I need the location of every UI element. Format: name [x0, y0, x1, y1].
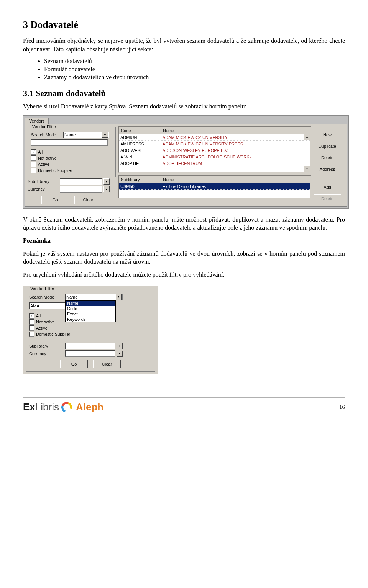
bullet-item: Záznamy o dodavatelích ve dvou úrovních	[44, 74, 345, 81]
new-button[interactable]: New	[314, 131, 341, 139]
checkbox-icon[interactable]	[31, 168, 36, 173]
check-active[interactable]: Active	[29, 325, 152, 331]
scroll-up-icon[interactable]: ▴	[304, 134, 310, 140]
currency-input[interactable]	[65, 350, 115, 357]
col-header-code: Code	[119, 127, 161, 134]
go-button[interactable]: Go	[41, 196, 69, 204]
lookup-icon[interactable]: ▸	[117, 351, 123, 357]
address-button[interactable]: Address	[314, 165, 341, 173]
chevron-down-icon[interactable]: ▼	[115, 294, 122, 300]
sublibrary-table[interactable]: Sublibrary Name USM50Exlibris Demo Libra…	[118, 175, 311, 198]
vendors-table[interactable]: Code Name ADMIUNADAM MICKIEWICZ UNIVERSI…	[118, 126, 311, 173]
clear-button[interactable]: Clear	[93, 360, 121, 368]
delete-sublib-button[interactable]: Delete	[314, 194, 341, 203]
cell-name: ADAM MICKIEWICZ UNIVERSITY	[161, 134, 310, 140]
check-label: Not active	[36, 320, 55, 324]
lookup-icon[interactable]: ▸	[117, 343, 123, 349]
paragraph: Vyberte si uzel Dodavatelé z karty Správ…	[23, 102, 345, 111]
check-label: All	[36, 314, 41, 318]
table-row[interactable]: ADD-WESLADDISON-WESLEY EUROPE B.V.	[119, 147, 310, 154]
logo-text: Ex	[23, 401, 35, 413]
checkbox-icon[interactable]	[31, 155, 36, 161]
check-label: Active	[36, 326, 48, 330]
cell-name: ADMINISTRATIE ARCHEOLOGISCHE WERK-	[161, 154, 310, 160]
check-all[interactable]: ✓ All	[31, 149, 112, 155]
delete-button[interactable]: Delete	[314, 154, 341, 162]
cell-name: Exlibris Demo Libraries	[161, 183, 310, 189]
cell-code: AMUPRESS	[119, 141, 161, 147]
checkbox-icon[interactable]: ✓	[29, 313, 34, 318]
cell-code: ADOPTIE	[119, 160, 161, 167]
check-domestic[interactable]: Domestic Supplier	[31, 168, 112, 173]
cell-name: ADDISON-WESLEY EUROPE B.V.	[161, 147, 310, 154]
cell-name: ADAM MICKIEWICZ UNIVERSITY PRESS	[161, 141, 310, 147]
check-label: All	[38, 150, 43, 154]
search-mode-label: Search Mode	[31, 132, 62, 137]
bullet-item: Seznam dodavatelů	[44, 58, 345, 65]
dropdown-option[interactable]: Name	[66, 301, 115, 306]
table-row[interactable]: AMUPRESSADAM MICKIEWICZ UNIVERSITY PRESS	[119, 141, 310, 147]
check-label: Domestic Supplier	[36, 332, 70, 336]
logo-text: Libris	[35, 401, 59, 413]
search-mode-combo[interactable]: Name ▼	[65, 294, 123, 300]
tab-vendors[interactable]: Vendors	[25, 118, 49, 124]
checkbox-icon[interactable]: ✓	[31, 149, 36, 155]
sublibrary-input[interactable]	[65, 343, 115, 349]
search-input[interactable]	[31, 139, 108, 146]
note-paragraph: Pokud je váš systém nastaven pro používá…	[23, 250, 345, 266]
dropdown-option[interactable]: Exact	[66, 311, 115, 317]
table-row[interactable]: ADMIUNADAM MICKIEWICZ UNIVERSITY	[119, 134, 310, 141]
lookup-icon[interactable]: ▸	[104, 178, 110, 185]
dropdown-option[interactable]: Keywords	[66, 317, 115, 322]
vendor-filter-group: Vendor Filter Search Mode Name ▼ ✓ All	[28, 127, 116, 177]
checkbox-icon[interactable]	[29, 332, 34, 337]
scroll-down-icon[interactable]: ▾	[304, 165, 310, 172]
search-mode-combo[interactable]: Name ▼	[63, 132, 109, 138]
table-row[interactable]: ADOPTIEADOPTIECENTRUM	[119, 160, 310, 167]
check-label: Domestic Supplier	[38, 168, 72, 173]
search-mode-label: Search Mode	[29, 295, 64, 299]
dropdown-option[interactable]: Code	[66, 306, 115, 311]
check-active[interactable]: Active	[31, 162, 112, 167]
combo-value: Name	[66, 295, 77, 299]
bullet-item: Formulář dodavatele	[44, 66, 345, 73]
check-label: Not active	[38, 156, 57, 160]
table-row[interactable]: USM50Exlibris Demo Libraries	[119, 183, 310, 190]
col-header-name: Name	[161, 176, 310, 183]
cell-code: A.W.N.	[119, 154, 161, 160]
chevron-down-icon[interactable]: ▼	[102, 132, 108, 138]
cell-code: USM50	[119, 183, 161, 189]
duplicate-button[interactable]: Duplicate	[314, 142, 341, 150]
go-button[interactable]: Go	[60, 360, 88, 368]
sublibrary-label: Sublibrary	[29, 344, 64, 348]
add-button[interactable]: Add	[314, 183, 341, 191]
page-number: 16	[339, 404, 345, 410]
check-not-active[interactable]: Not active	[31, 155, 112, 161]
search-mode-dropdown[interactable]: Name Code Exact Keywords	[65, 300, 116, 322]
clear-button[interactable]: Clear	[74, 196, 102, 204]
heading-1: 3 Dodavatelé	[23, 19, 345, 31]
paragraph: Pro urychlení vyhledání určitého dodavat…	[23, 271, 345, 279]
currency-input[interactable]	[60, 186, 102, 193]
lookup-icon[interactable]: ▸	[104, 186, 110, 192]
page-footer: ExLibris Aleph 16	[23, 397, 345, 413]
vendor-filter-screenshot: Vendor Filter Search Mode Name ▼ Name Co…	[23, 286, 158, 374]
check-label: Active	[38, 162, 49, 167]
currency-label: Currency	[29, 351, 64, 356]
cell-code: ADMIUN	[119, 134, 161, 140]
paragraph: V okně Seznam dodavatelů, zobrazeném v h…	[23, 216, 345, 232]
checkbox-icon[interactable]	[31, 162, 36, 167]
checkbox-icon[interactable]	[29, 325, 34, 331]
intro-paragraph: Před iniciováním objednávky se nejprve u…	[23, 37, 345, 53]
intro-bullet-list: Seznam dodavatelů Formulář dodavatele Zá…	[23, 58, 345, 81]
cell-name: ADOPTIECENTRUM	[161, 160, 310, 167]
check-domestic[interactable]: Domestic Supplier	[29, 332, 152, 337]
heading-2: 3.1 Seznam dodavatelů	[23, 88, 345, 98]
checkbox-icon[interactable]	[29, 319, 34, 325]
cell-code: ADD-WESL	[119, 147, 161, 154]
col-header-sublibrary: Sublibrary	[119, 176, 161, 183]
col-header-name: Name	[161, 127, 310, 134]
table-row[interactable]: A.W.N.ADMINISTRATIE ARCHEOLOGISCHE WERK-	[119, 154, 310, 160]
sub-library-input[interactable]	[60, 178, 102, 185]
vendors-panel-screenshot: Vendors Vendor Filter Search Mode Name ▼	[23, 115, 349, 209]
